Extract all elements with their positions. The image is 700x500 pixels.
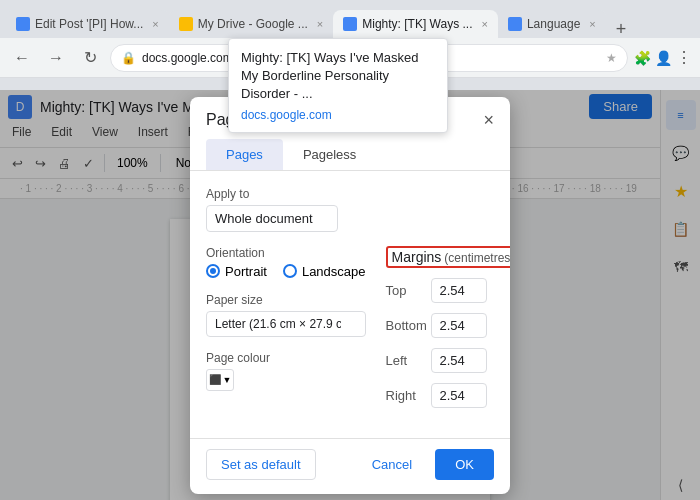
margins-header: Margins (centimetres) — [386, 246, 510, 268]
margins-unit: (centimetres) — [444, 251, 510, 265]
orientation-label: Orientation — [206, 246, 366, 260]
margin-top-input[interactable] — [431, 278, 487, 303]
extensions-icon[interactable]: 🧩 — [634, 50, 651, 66]
app-area: D Mighty: [TK] Ways I've Masked My Bo...… — [0, 90, 700, 500]
margin-left-input[interactable] — [431, 348, 487, 373]
page-setup-dialog: Page setup × Pages Pageless Apply to Who… — [190, 97, 510, 494]
dialog-col-right: Margins (centimetres) Top Bottom — [376, 246, 510, 418]
dialog-body: Apply to Whole document Orientation — [190, 171, 510, 434]
tab-close-drive[interactable]: × — [317, 18, 323, 30]
margin-top-label: Top — [386, 283, 431, 298]
tab-title-language: Language — [527, 17, 580, 31]
apply-to-select-wrap: Whole document — [206, 205, 338, 232]
dialog-tabs: Pages Pageless — [190, 139, 510, 171]
nav-right-icons: 🧩 👤 ⋮ — [634, 48, 692, 67]
tab-favicon-mighty — [343, 17, 357, 31]
dialog-overlay: Page setup × Pages Pageless Apply to Who… — [0, 90, 700, 500]
tab-close-mighty[interactable]: × — [482, 18, 488, 30]
menu-icon[interactable]: ⋮ — [676, 48, 692, 67]
dialog-col-left: Orientation Portrait Landscape — [206, 246, 376, 418]
set-as-default-button[interactable]: Set as default — [206, 449, 316, 480]
page-colour-label: Page colour — [206, 351, 366, 365]
paper-size-select[interactable]: Letter (21.6 cm × 27.9 cm) — [206, 311, 366, 337]
tab-drive[interactable]: My Drive - Google ... × — [169, 10, 333, 38]
tab-favicon-language — [508, 17, 522, 31]
profile-icon[interactable]: 👤 — [655, 50, 672, 66]
new-tab-button[interactable]: + — [610, 20, 633, 38]
margin-right-input[interactable] — [431, 383, 487, 408]
portrait-option[interactable]: Portrait — [206, 264, 267, 279]
dialog-tab-pageless[interactable]: Pageless — [283, 139, 376, 170]
landscape-label: Landscape — [302, 264, 366, 279]
apply-to-row: Apply to Whole document — [206, 187, 494, 232]
cancel-button[interactable]: Cancel — [357, 449, 427, 480]
orientation-options: Portrait Landscape — [206, 264, 366, 279]
tab-close-language[interactable]: × — [589, 18, 595, 30]
tab-close-edit[interactable]: × — [152, 18, 158, 30]
paper-size-label: Paper size — [206, 293, 366, 307]
margin-bottom-label: Bottom — [386, 318, 431, 333]
colour-swatch-fill: ⬛ — [209, 374, 221, 385]
apply-to-label: Apply to — [206, 187, 494, 201]
tab-bar: Edit Post '[PI] How... × My Drive - Goog… — [0, 0, 700, 38]
orientation-row: Orientation Portrait Landscape — [206, 246, 366, 279]
tab-title-edit: Edit Post '[PI] How... — [35, 17, 143, 31]
dialog-tab-pages[interactable]: Pages — [206, 139, 283, 170]
margins-label: Margins — [392, 249, 442, 265]
tab-mighty[interactable]: Mighty: [TK] Ways ... × — [333, 10, 498, 38]
page-colour-row: Page colour ⬛ ▼ — [206, 351, 366, 391]
back-button[interactable]: ← — [8, 44, 36, 72]
landscape-option[interactable]: Landscape — [283, 264, 366, 279]
tab-language[interactable]: Language × — [498, 10, 606, 38]
ok-button[interactable]: OK — [435, 449, 494, 480]
landscape-radio[interactable] — [283, 264, 297, 278]
portrait-radio[interactable] — [206, 264, 220, 278]
colour-dropdown-arrow: ▼ — [223, 375, 232, 385]
tab-favicon-edit — [16, 17, 30, 31]
apply-to-select[interactable]: Whole document — [206, 205, 338, 232]
tab-title-drive: My Drive - Google ... — [198, 17, 308, 31]
page-colour-swatch[interactable]: ⬛ ▼ — [206, 369, 234, 391]
dialog-footer: Set as default Cancel OK — [190, 438, 510, 494]
margin-left-row: Left — [386, 348, 510, 373]
tab-tooltip: Mighty: [TK] Ways I've Masked My Borderl… — [228, 38, 448, 133]
tab-favicon-drive — [179, 17, 193, 31]
tab-title-mighty: Mighty: [TK] Ways ... — [362, 17, 472, 31]
margin-left-label: Left — [386, 353, 431, 368]
margins-highlight-box: Margins (centimetres) — [386, 246, 510, 268]
tooltip-url: docs.google.com — [241, 108, 435, 122]
dialog-columns: Orientation Portrait Landscape — [206, 246, 494, 418]
paper-size-row: Paper size Letter (21.6 cm × 27.9 cm) — [206, 293, 366, 337]
tooltip-title: Mighty: [TK] Ways I've Masked My Borderl… — [241, 49, 435, 104]
margin-bottom-input[interactable] — [431, 313, 487, 338]
margin-bottom-row: Bottom — [386, 313, 510, 338]
portrait-label: Portrait — [225, 264, 267, 279]
tab-edit-post[interactable]: Edit Post '[PI] How... × — [6, 10, 169, 38]
reload-button[interactable]: ↻ — [76, 44, 104, 72]
margin-right-label: Right — [386, 388, 431, 403]
paper-size-select-wrap: Letter (21.6 cm × 27.9 cm) — [206, 311, 366, 337]
margin-top-row: Top — [386, 278, 510, 303]
margin-right-row: Right — [386, 383, 510, 408]
forward-button[interactable]: → — [42, 44, 70, 72]
footer-right-buttons: Cancel OK — [357, 449, 494, 480]
dialog-close-button[interactable]: × — [483, 111, 494, 129]
